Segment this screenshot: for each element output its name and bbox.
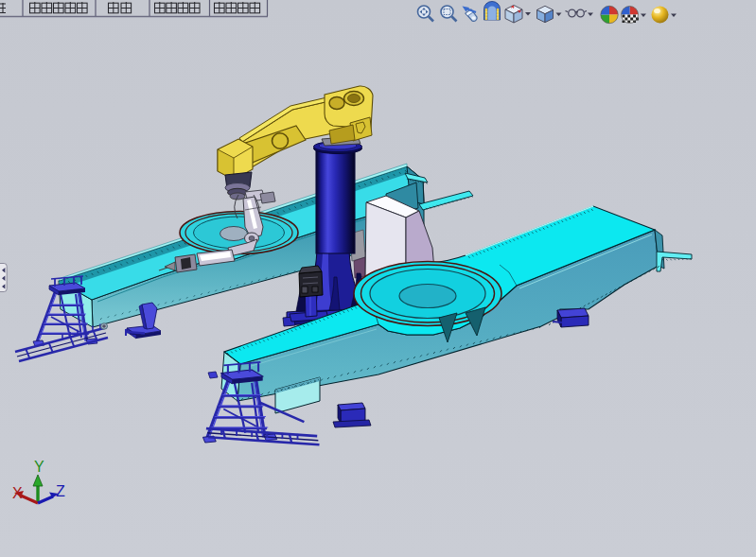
svg-text:Z: Z	[56, 483, 65, 499]
svg-text:X: X	[12, 485, 23, 501]
svg-text:Y: Y	[34, 459, 44, 475]
